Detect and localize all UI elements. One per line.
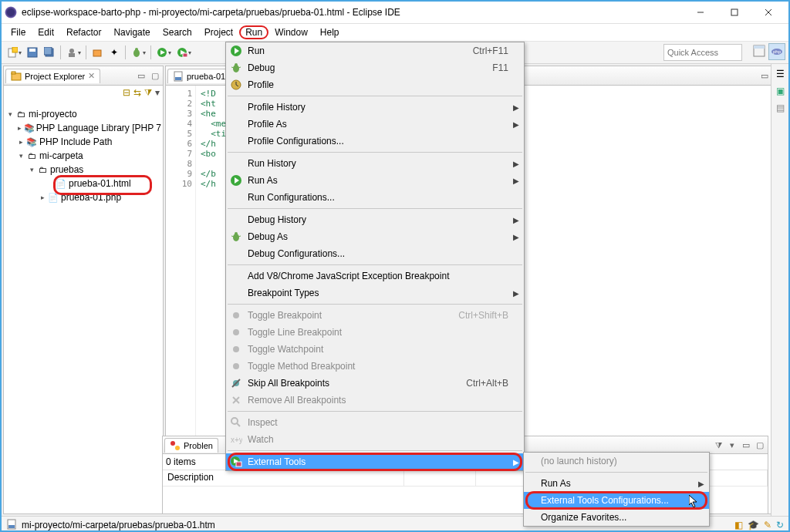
ext-tools-toolbar-icon[interactable] — [174, 45, 190, 60]
trim-icon[interactable]: ☰ — [776, 69, 785, 79]
tree-php-library[interactable]: PHP Language Library [PHP 7 — [36, 123, 161, 133]
submenu-run-as[interactable]: Run As▶ — [524, 475, 709, 492]
statusbar-path: mi-proyecto/mi-carpeta/pruebas/prueba-01… — [22, 520, 215, 530]
menu-navigate[interactable]: Navigate — [107, 25, 156, 39]
cursor-icon — [689, 495, 700, 509]
outline-icon[interactable]: ▣ — [776, 86, 785, 96]
tree-php-include[interactable]: PHP Include Path — [39, 136, 113, 147]
sb-icon[interactable]: ◧ — [734, 520, 743, 530]
new-icon[interactable] — [5, 45, 20, 60]
svg-point-44 — [235, 232, 238, 235]
menu-run[interactable]: Run — [239, 25, 268, 39]
remove-icon — [229, 393, 243, 407]
filter-icon[interactable]: ⧩ — [144, 87, 152, 103]
trim-icon[interactable]: ▤ — [776, 103, 785, 113]
collapse-all-icon[interactable]: ⊟ — [123, 87, 130, 103]
play-green-icon — [229, 44, 243, 58]
svg-marker-61 — [689, 495, 697, 507]
run-menu-remove-all-breakpoints: Remove All Breakpoints — [226, 392, 524, 409]
tree-file-html[interactable]: prueba-01.html — [69, 178, 131, 189]
sb-icon[interactable]: ↻ — [776, 520, 784, 530]
external-tools-submenu: (no launch history) Run As▶ External Too… — [523, 452, 710, 527]
open-perspective-icon[interactable] — [751, 43, 767, 59]
menu-search[interactable]: Search — [157, 25, 198, 39]
tree-project[interactable]: mi-proyecto — [29, 109, 77, 120]
problems-tab[interactable]: Problen — [164, 438, 218, 453]
svg-rect-1 — [731, 9, 738, 15]
run-menu-profile-as[interactable]: Profile As▶ — [226, 116, 524, 133]
view-menu-icon[interactable]: ▾ — [726, 439, 738, 451]
project-tree[interactable]: ▾🗀mi-proyecto ▸📚PHP Language Library [PH… — [4, 104, 163, 207]
person-icon[interactable] — [64, 45, 79, 60]
view-maximize-icon[interactable]: ▢ — [754, 439, 766, 451]
menu-project[interactable]: Project — [198, 25, 239, 39]
view-minimize-icon[interactable]: ▭ — [758, 69, 771, 82]
run-menu-run-configurations[interactable]: Run Configurations... — [226, 189, 524, 206]
svg-rect-21 — [754, 45, 765, 49]
svg-text:x+y: x+y — [231, 436, 242, 444]
svg-point-48 — [233, 329, 239, 335]
run-menu-profile-history[interactable]: Profile History▶ — [226, 99, 524, 116]
maximize-button[interactable] — [717, 2, 751, 23]
php-perspective-icon[interactable]: php — [768, 43, 785, 60]
run-menu-external-tools[interactable]: External Tools▶ — [226, 453, 524, 470]
run-menu-run[interactable]: RunCtrl+F11 — [226, 42, 524, 59]
filter-icon[interactable]: ⧩ — [712, 439, 724, 451]
wand-icon[interactable]: ✦ — [106, 45, 122, 60]
folder-icon: 🗀 — [25, 150, 38, 162]
svg-rect-25 — [12, 72, 15, 74]
view-menu-icon[interactable]: ▾ — [155, 87, 160, 103]
minimize-button[interactable] — [684, 2, 717, 23]
folder-icon: 🗀 — [36, 163, 49, 176]
app-window: eclipse-workspace-barto-php - mi-proyect… — [0, 0, 790, 532]
box-orange-icon[interactable] — [89, 45, 105, 60]
save-icon[interactable] — [25, 45, 40, 60]
run-menu-run-as[interactable]: Run As▶ — [226, 172, 524, 189]
html-file-icon — [6, 519, 19, 531]
php-file-icon: 📄 — [47, 191, 59, 204]
view-minimize-icon[interactable]: ▭ — [135, 69, 147, 82]
tree-folder-micarpeta[interactable]: mi-carpeta — [39, 150, 83, 161]
run-menu-breakpoint-types[interactable]: Breakpoint Types▶ — [226, 285, 524, 301]
run-toolbar-icon[interactable] — [154, 45, 170, 60]
submenu-organize-favorites[interactable]: Organize Favorites... — [524, 509, 709, 526]
tree-file-php[interactable]: prueba-01.php — [61, 192, 121, 203]
run-menu-run-history[interactable]: Run History▶ — [226, 155, 524, 172]
link-editor-icon[interactable]: ⇆ — [133, 87, 141, 103]
menu-window[interactable]: Window — [268, 25, 314, 39]
project-explorer-tab[interactable]: Project Explorer ✕ — [5, 69, 100, 83]
run-menu-toggle-watchpoint: Toggle Watchpoint — [226, 341, 524, 358]
col-resource[interactable] — [404, 470, 476, 486]
quick-access-input[interactable] — [663, 44, 742, 61]
close-button[interactable] — [751, 2, 785, 23]
run-menu-debug[interactable]: DebugF11 — [226, 59, 524, 76]
svg-rect-7 — [29, 49, 35, 52]
view-minimize-icon[interactable]: ▭ — [740, 439, 752, 451]
menu-refactor[interactable]: Refactor — [60, 25, 107, 39]
skip-icon — [229, 376, 243, 390]
bug-toolbar-icon[interactable] — [129, 45, 144, 60]
submenu-external-tools-config[interactable]: External Tools Configurations... — [524, 492, 709, 509]
sb-icon[interactable]: 🎓 — [748, 520, 759, 530]
svg-point-35 — [235, 63, 238, 66]
run-menu-debug-configurations[interactable]: Debug Configurations... — [226, 245, 524, 262]
menu-edit[interactable]: Edit — [32, 25, 60, 39]
run-menu-add-v8-chrome-javascript-exception-breakpoint[interactable]: Add V8/Chrome JavaScript Exception Break… — [226, 268, 524, 285]
save-all-icon[interactable] — [42, 45, 57, 60]
svg-point-28 — [170, 441, 175, 446]
run-menu-profile-configurations[interactable]: Profile Configurations... — [226, 133, 524, 150]
tree-folder-pruebas[interactable]: pruebas — [50, 164, 83, 175]
dot-icon — [229, 342, 243, 356]
run-menu-profile[interactable]: Profile — [226, 76, 524, 93]
dot-icon — [229, 308, 243, 322]
run-menu-debug-as[interactable]: Debug As▶ — [226, 228, 524, 245]
menu-file[interactable]: File — [5, 25, 32, 39]
col-description[interactable]: Description — [163, 470, 404, 486]
run-menu-skip-all-breakpoints[interactable]: Skip All BreakpointsCtrl+Alt+B — [226, 375, 524, 392]
run-menu-debug-history[interactable]: Debug History▶ — [226, 211, 524, 228]
sb-icon[interactable]: ✎ — [764, 520, 771, 530]
view-maximize-icon[interactable]: ▢ — [149, 69, 161, 82]
eclipse-icon — [5, 6, 17, 19]
close-icon[interactable]: ✕ — [88, 71, 95, 81]
menu-help[interactable]: Help — [314, 25, 346, 39]
